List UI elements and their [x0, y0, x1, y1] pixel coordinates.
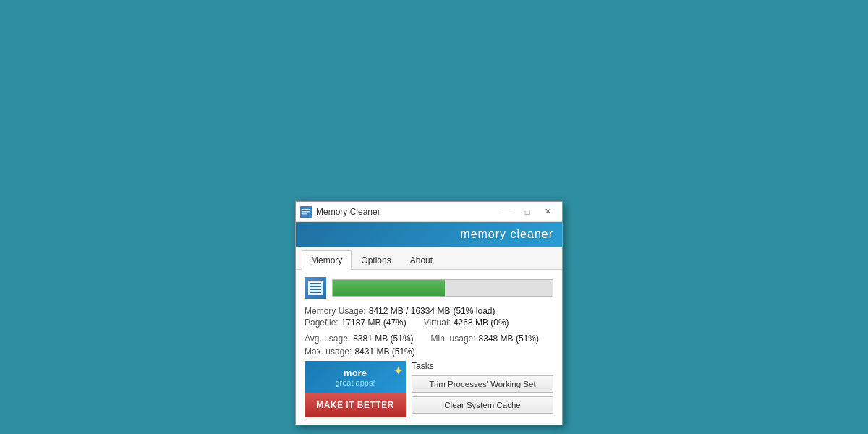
pagefile-value: 17187 MB (47%) — [341, 318, 407, 328]
tab-bar: Memory Options About — [296, 247, 562, 270]
pagefile-label: Pagefile: — [305, 318, 339, 328]
avg-label: Avg. usage: — [305, 333, 350, 344]
app-header: memory cleaner — [296, 222, 562, 247]
trim-processes-button[interactable]: Trim Processes' Working Set — [412, 375, 553, 393]
close-button[interactable]: ✕ — [537, 202, 558, 222]
tasks-label: Tasks — [412, 361, 553, 371]
max-row: Max. usage: 8431 MB (51%) — [305, 346, 553, 357]
ad-star-icon: ✦ — [393, 364, 403, 378]
pagefile-row: Pagefile: 17187 MB (47%) — [305, 318, 407, 328]
ad-line2: great apps! — [335, 378, 375, 387]
title-bar: Memory Cleaner — □ ✕ — [296, 202, 562, 222]
virtual-value: 4268 MB (0%) — [454, 318, 509, 328]
clear-cache-button[interactable]: Clear System Cache — [412, 396, 553, 414]
usage-label: Memory Usage: — [305, 306, 366, 316]
memory-progress-fill — [333, 280, 445, 296]
app-icon — [300, 206, 312, 218]
usage-load: (51% load) — [453, 306, 495, 316]
ad-section: ✦ more great apps! MAKE IT BETTER — [305, 361, 406, 417]
min-value: 8348 MB (51%) — [479, 333, 539, 344]
usage-value: 8412 MB / 16334 MB — [369, 306, 451, 316]
max-label: Max. usage: — [305, 346, 352, 357]
make-it-better-button[interactable]: MAKE IT BETTER — [305, 393, 406, 417]
main-content: Memory Usage: 8412 MB / 16334 MB (51% lo… — [296, 270, 562, 425]
tasks-section: Tasks Trim Processes' Working Set Clear … — [412, 361, 553, 417]
memory-icon — [305, 277, 326, 299]
maximize-button[interactable]: □ — [517, 202, 537, 222]
svg-rect-1 — [302, 209, 310, 210]
svg-rect-3 — [302, 213, 307, 215]
window-controls: — □ ✕ — [497, 202, 558, 222]
ad-line1: more — [344, 367, 367, 378]
tab-about[interactable]: About — [401, 250, 442, 270]
svg-rect-2 — [302, 211, 310, 213]
stats-section: Memory Usage: 8412 MB / 16334 MB (51% lo… — [305, 306, 553, 357]
memory-progress-bar — [332, 279, 553, 297]
ad-banner[interactable]: ✦ more great apps! — [305, 361, 406, 393]
minimize-button[interactable]: — — [497, 202, 517, 222]
app-header-title: memory cleaner — [460, 228, 553, 240]
memory-bar-row — [305, 277, 553, 299]
avg-value: 8381 MB (51%) — [353, 333, 413, 344]
max-value: 8431 MB (51%) — [354, 346, 414, 357]
app-window: Memory Cleaner — □ ✕ memory cleaner Memo… — [295, 201, 563, 425]
min-label: Min. usage: — [431, 333, 476, 344]
avg-row: Avg. usage: 8381 MB (51%) — [305, 333, 414, 344]
bottom-section: ✦ more great apps! MAKE IT BETTER Tasks … — [305, 361, 553, 417]
tab-options[interactable]: Options — [352, 250, 400, 270]
virtual-label: Virtual: — [424, 318, 451, 328]
window-title: Memory Cleaner — [316, 207, 497, 217]
tab-memory[interactable]: Memory — [302, 250, 352, 270]
virtual-row: Virtual: 4268 MB (0%) — [424, 318, 509, 328]
stats-usage-row: Memory Usage: 8412 MB / 16334 MB (51% lo… — [305, 306, 553, 316]
min-row: Min. usage: 8348 MB (51%) — [431, 333, 539, 344]
